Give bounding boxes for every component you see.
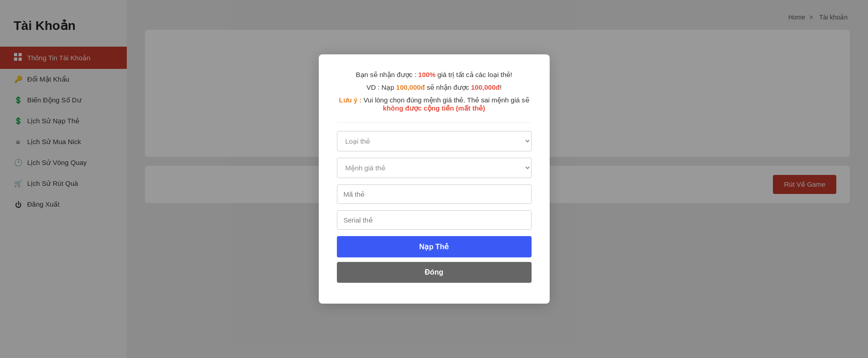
- modal-divider: [337, 122, 532, 123]
- serial-the-input[interactable]: [337, 210, 532, 230]
- nap-the-button[interactable]: Nạp Thẻ: [337, 236, 532, 257]
- modal-highlight-percent: 100%: [418, 71, 436, 78]
- modal-warning-label: Lưu ý :: [339, 96, 361, 104]
- modal-warning-bold: không được cộng tiền (mất thẻ): [383, 104, 485, 112]
- ma-the-input[interactable]: [337, 184, 532, 204]
- modal-line2-middle: sẽ nhận được: [425, 83, 471, 91]
- modal-info-line-2: VD : Nạp 100,000đ sẽ nhận được 100,000đ!: [337, 83, 532, 92]
- modal-warning-text: Lưu ý : Vui lòng chọn đúng mệnh giá thẻ.…: [337, 96, 532, 112]
- dong-button[interactable]: Đóng: [337, 262, 532, 283]
- loai-the-select[interactable]: Loại thẻ: [337, 131, 532, 151]
- modal-line2-prefix: VD : Nạp: [366, 83, 396, 91]
- modal-overlay: Bạn sẽ nhận được : 100% giá trị tất cả c…: [0, 0, 868, 358]
- modal-warning-body: Vui lòng chọn đúng mệnh giá thẻ. Thẻ sai…: [361, 96, 529, 104]
- modal-line1-suffix: giá trị tất cả các loại thẻ!: [436, 71, 512, 78]
- menh-gia-select[interactable]: Mệnh giá thẻ: [337, 158, 532, 178]
- modal-amount1: 100,000đ: [396, 83, 425, 91]
- modal-amount2: 100,000đ: [471, 83, 499, 91]
- modal-line2-suffix: !: [500, 83, 502, 91]
- nap-the-modal: Bạn sẽ nhận được : 100% giá trị tất cả c…: [319, 54, 550, 304]
- modal-line1-prefix: Bạn sẽ nhận được :: [356, 71, 418, 78]
- modal-info-line-1: Bạn sẽ nhận được : 100% giá trị tất cả c…: [337, 71, 532, 79]
